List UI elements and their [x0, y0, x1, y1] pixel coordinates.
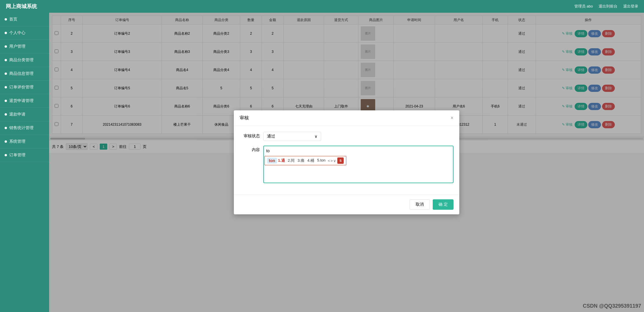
content-control: to ton 1.通 2.同 3.痛: [263, 146, 454, 184]
sidebar-label-refund-mgmt: 退货申请管理: [9, 98, 34, 103]
ime-text: ton: [269, 158, 275, 163]
sidebar-item-system-mgmt[interactable]: 系统管理: [0, 135, 49, 148]
dot-icon: [5, 18, 7, 21]
ime-candidate-5[interactable]: 5.ton: [317, 158, 325, 163]
sidebar-label-category-mgmt: 商品分类管理: [9, 57, 34, 63]
status-value: 通过: [267, 134, 275, 139]
modal-overlay: 审核 × 审核状态 通过 ∨: [49, 13, 644, 312]
sidebar-label-order-mgmt: 订单管理: [9, 153, 25, 158]
ime-logo: S: [337, 157, 344, 164]
sidebar-label-product-mgmt: 商品信息管理: [9, 71, 34, 76]
ime-nav: < > ∨: [328, 159, 336, 163]
modal-body: 审核状态 通过 ∨ 内容 to: [234, 126, 459, 194]
sidebar-label-user-mgmt: 用户管理: [9, 44, 25, 49]
textarea-wrapper: to ton 1.通 2.同 3.痛: [263, 146, 454, 184]
chevron-down-icon: ∨: [314, 134, 317, 139]
ime-prev-icon[interactable]: <: [328, 159, 330, 163]
content-label: 内容: [240, 146, 260, 153]
ime-next-icon[interactable]: >: [331, 159, 333, 163]
dot-icon: [5, 127, 7, 129]
dot-icon: [5, 45, 7, 48]
sidebar: 首页 个人中心 用户管理 商品分类管理 商品信息管理 订单评价管理 退货申请管理: [0, 13, 49, 312]
sidebar-item-home[interactable]: 首页: [0, 13, 49, 26]
dot-icon: [5, 113, 7, 116]
status-control: 通过 ∨: [263, 132, 454, 141]
dot-icon: [5, 140, 7, 143]
ime-input: ton: [267, 158, 277, 164]
ime-candidate-1[interactable]: 1.通: [278, 158, 285, 163]
exit-login-btn[interactable]: 退出登录: [623, 4, 638, 9]
sidebar-item-product-mgmt[interactable]: 商品信息管理: [0, 67, 49, 81]
modal-header: 审核 ×: [234, 110, 459, 126]
status-select[interactable]: 通过 ∨: [263, 132, 321, 141]
dot-icon: [5, 154, 7, 156]
sidebar-item-category-mgmt[interactable]: 商品分类管理: [0, 53, 49, 67]
cancel-button[interactable]: 取消: [410, 199, 430, 210]
admin-info: 管理员 abo: [574, 4, 593, 9]
sidebar-item-refund-mgmt[interactable]: 退货申请管理: [0, 94, 49, 108]
header: 网上商城系统 管理员 abo 退出到前台 退出登录: [0, 0, 644, 13]
sidebar-item-refund-apply[interactable]: 退款申请: [0, 108, 49, 121]
audit-modal: 审核 × 审核状态 通过 ∨: [234, 110, 459, 214]
dot-icon: [5, 100, 7, 102]
ime-candidate-4[interactable]: 4.桶: [307, 158, 314, 163]
ime-autocomplete: ton 1.通 2.同 3.痛 4.桶 5.ton: [264, 156, 346, 165]
ime-expand-icon[interactable]: ∨: [333, 159, 336, 163]
sidebar-item-profile[interactable]: 个人中心: [0, 26, 49, 40]
status-row: 审核状态 通过 ∨: [240, 132, 454, 141]
ime-candidate-3[interactable]: 3.痛: [297, 158, 304, 163]
sidebar-label-refund-apply: 退款申请: [9, 112, 25, 117]
app-title: 网上商城系统: [6, 3, 37, 10]
sidebar-item-sales-mgmt[interactable]: 销售统计管理: [0, 121, 49, 135]
sidebar-label-profile: 个人中心: [9, 30, 25, 36]
sidebar-label-system-mgmt: 系统管理: [9, 139, 25, 144]
ime-candidate-2[interactable]: 2.同: [288, 158, 295, 163]
sidebar-label-review-mgmt: 订单评价管理: [9, 85, 34, 90]
modal-title: 审核: [240, 115, 249, 121]
dot-icon: [5, 86, 7, 88]
header-actions: 管理员 abo 退出到前台 退出登录: [574, 4, 638, 9]
confirm-button[interactable]: 确 定: [433, 199, 454, 210]
dot-icon: [5, 32, 7, 34]
sidebar-label-home: 首页: [9, 17, 17, 22]
modal-close-btn[interactable]: ×: [450, 115, 454, 121]
dot-icon: [5, 59, 7, 61]
sidebar-item-order-mgmt[interactable]: 订单管理: [0, 148, 49, 162]
exit-frontend-btn[interactable]: 退出到前台: [599, 4, 617, 9]
modal-footer: 取消 确 定: [234, 194, 459, 214]
ime-candidates-list: 1.通 2.同 3.痛 4.桶 5.ton: [278, 158, 325, 163]
content-row: 内容 to ton 1.通: [240, 146, 454, 184]
main-content: 序号 订单编号 商品名称 商品分类 数量 金额 退款原因 退货方式 商品图片 申…: [49, 13, 644, 312]
sidebar-label-sales-mgmt: 销售统计管理: [9, 125, 34, 131]
sidebar-item-review-mgmt[interactable]: 订单评价管理: [0, 81, 49, 94]
status-label: 审核状态: [240, 132, 260, 139]
dot-icon: [5, 73, 7, 75]
sidebar-item-user-mgmt[interactable]: 用户管理: [0, 40, 49, 53]
